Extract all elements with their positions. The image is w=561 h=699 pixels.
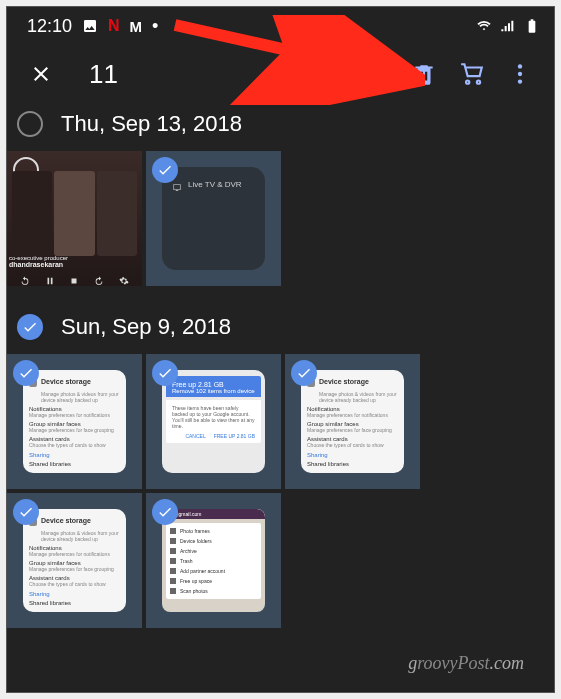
replay-icon xyxy=(20,272,30,282)
photo-thumbnail[interactable]: Device storage Manage photos & videos fr… xyxy=(285,354,420,489)
gmail-icon: M xyxy=(130,18,143,35)
group-date-label: Thu, Sep 13, 2018 xyxy=(61,111,242,137)
photo-thumbnail[interactable]: co-executive producer dhandrasekaran xyxy=(7,151,142,286)
wifi-icon xyxy=(476,18,492,34)
group-date-label: Sun, Sep 9, 2018 xyxy=(61,314,231,340)
photo-thumbnail[interactable]: Device storage Manage photos & videos fr… xyxy=(7,354,142,489)
free-up-button: FREE UP 2.81 GB xyxy=(214,433,255,439)
share-button[interactable] xyxy=(304,50,352,98)
add-button[interactable] xyxy=(352,50,400,98)
cart-button[interactable] xyxy=(448,50,496,98)
item-select-toggle[interactable] xyxy=(152,360,178,386)
gear-icon xyxy=(119,272,129,282)
battery-icon xyxy=(524,18,540,34)
pause-icon xyxy=(45,272,55,282)
group-select-toggle[interactable] xyxy=(17,111,43,137)
item-select-toggle[interactable] xyxy=(291,360,317,386)
video-caption: co-executive producer dhandrasekaran xyxy=(9,255,68,268)
svg-point-1 xyxy=(518,72,522,76)
watermark: ggroovyPost.comroovyPost.com xyxy=(408,653,524,674)
signal-icon xyxy=(500,18,516,34)
selection-count: 11 xyxy=(89,59,296,90)
status-bar: 12:10 N M • xyxy=(7,7,554,45)
item-select-toggle[interactable] xyxy=(152,157,178,183)
forward-icon xyxy=(94,272,104,282)
cancel-button: CANCEL xyxy=(185,433,205,439)
card-label: Live TV & DVR xyxy=(188,180,242,189)
status-time: 12:10 xyxy=(27,16,72,37)
selection-toolbar: 11 xyxy=(7,45,554,103)
video-controls xyxy=(7,270,142,284)
stop-icon xyxy=(69,272,79,282)
delete-button[interactable] xyxy=(400,50,448,98)
overflow-menu-button[interactable] xyxy=(496,50,544,98)
tv-icon xyxy=(172,179,182,189)
close-selection-button[interactable] xyxy=(17,50,65,98)
svg-point-0 xyxy=(518,64,522,68)
svg-rect-3 xyxy=(72,279,77,284)
photo-thumbnail[interactable]: Live TV & DVR xyxy=(146,151,281,286)
netflix-icon: N xyxy=(108,17,120,35)
photo-thumbnail[interactable]: k…@gmail.com Photo frames Device folders… xyxy=(146,493,281,628)
svg-point-2 xyxy=(518,79,522,83)
item-select-toggle[interactable] xyxy=(13,360,39,386)
date-group-header[interactable]: Thu, Sep 13, 2018 xyxy=(7,103,554,151)
group-select-toggle[interactable] xyxy=(17,314,43,340)
dot-icon: • xyxy=(152,17,158,35)
photo-thumbnail[interactable]: Free up 2.81 GB Remove 102 items from de… xyxy=(146,354,281,489)
item-select-toggle[interactable] xyxy=(13,499,39,525)
item-select-toggle[interactable] xyxy=(152,499,178,525)
date-group-header[interactable]: Sun, Sep 9, 2018 xyxy=(7,306,554,354)
photo-thumbnail[interactable]: Device storage Manage photos & videos fr… xyxy=(7,493,142,628)
image-icon xyxy=(82,18,98,34)
